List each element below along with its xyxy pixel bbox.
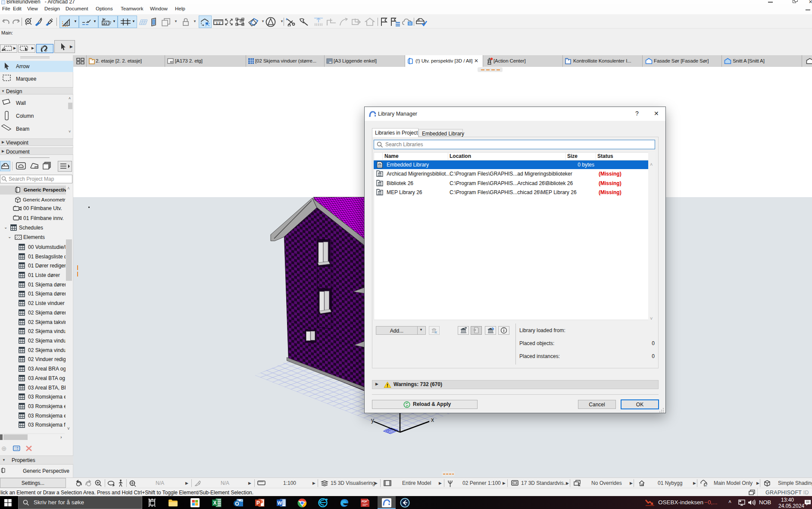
- svg-text:P: P: [256, 500, 260, 506]
- svg-text:PDF: PDF: [362, 500, 367, 503]
- svg-text:x: x: [431, 416, 434, 423]
- svg-text:X: X: [213, 500, 217, 506]
- svg-text:W: W: [278, 500, 282, 506]
- svg-text:O: O: [235, 501, 239, 507]
- svg-text:on: on: [704, 484, 707, 487]
- svg-text:XY: XY: [103, 22, 108, 25]
- svg-text:1 2: 1 2: [216, 21, 220, 25]
- svg-text:y: y: [371, 417, 374, 424]
